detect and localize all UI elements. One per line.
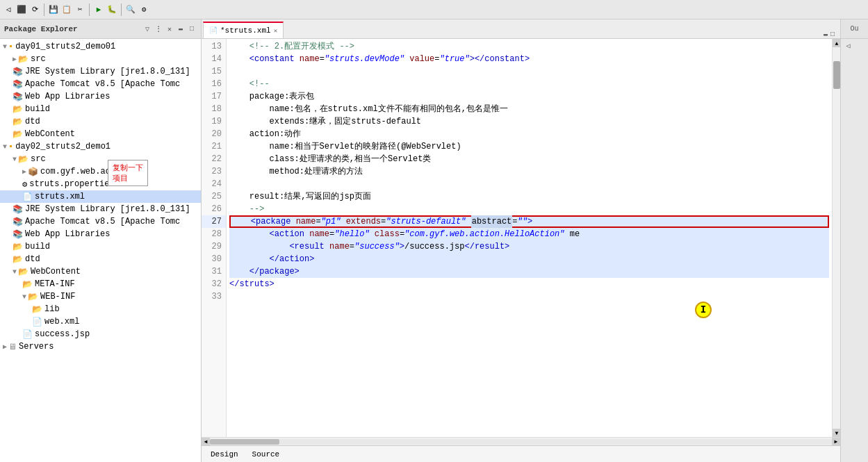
toolbar-icon-5[interactable]: 📋 bbox=[61, 4, 72, 15]
tree-item-tomcat2[interactable]: 📚 Apache Tomcat v8.5 [Apache Tomc bbox=[0, 215, 201, 228]
scroll-down-button[interactable]: ▼ bbox=[833, 429, 840, 437]
panel-close-icon[interactable]: ✕ bbox=[165, 24, 174, 34]
tree-label-build2: build bbox=[25, 242, 50, 251]
code-line-14: <constant name="struts.devMode" value="t… bbox=[229, 53, 829, 65]
editor-tab-struts-xml[interactable]: 📄 *struts.xml ✕ bbox=[203, 22, 284, 38]
tag-29-close: </result> bbox=[464, 240, 509, 253]
ln-26: 26 bbox=[202, 203, 226, 215]
attr-29-name: name bbox=[329, 240, 350, 253]
text-22: class:处理请求的类,相当一个Servlet类 bbox=[229, 153, 431, 165]
tree-label-webapp2: Web App Libraries bbox=[25, 229, 110, 239]
val-27-abs: "" bbox=[518, 215, 527, 228]
code-line-16: <!-- bbox=[229, 78, 829, 90]
scroll-track[interactable] bbox=[833, 47, 840, 429]
ln-29: 29 bbox=[202, 240, 226, 253]
server-icon: 🖥 bbox=[8, 342, 17, 352]
editor-vscrollbar[interactable]: ▲ ▼ bbox=[832, 39, 840, 437]
tree-item-src1[interactable]: ▶ 📂 src bbox=[0, 53, 201, 65]
toolbar-icon-2[interactable]: ⬛ bbox=[16, 4, 27, 15]
tree-item-success[interactable]: 📄 success.jsp bbox=[0, 328, 201, 340]
toolbar-icon-8[interactable]: ⚙ bbox=[138, 4, 149, 15]
tab-design[interactable]: Design bbox=[204, 448, 245, 461]
toolbar-icon-6[interactable]: ✂ bbox=[74, 4, 85, 15]
lib-icon-webapp1: 📚 bbox=[13, 92, 23, 102]
tree-item-webapp2[interactable]: 📚 Web App Libraries bbox=[0, 228, 201, 240]
scroll-thumb[interactable] bbox=[833, 61, 840, 89]
folder-icon-lib: 📂 bbox=[32, 304, 42, 315]
right-panel-icon1[interactable]: ◁ bbox=[844, 42, 851, 49]
toolbar-sep-3 bbox=[121, 3, 122, 16]
h-scroll-thumb[interactable] bbox=[210, 439, 279, 445]
folder-icon-build2: 📂 bbox=[13, 242, 23, 252]
tree-item-webcontent1[interactable]: 📂 WebContent bbox=[0, 128, 201, 140]
tree-label-metainf: META-INF bbox=[35, 279, 75, 289]
tree-item-webinf[interactable]: ▼ 📂 WEB-INF bbox=[0, 290, 201, 303]
folder-icon-src2: 📂 bbox=[18, 154, 28, 165]
panel-min-icon[interactable]: ▬ bbox=[176, 24, 186, 34]
tree-item-struts-prop[interactable]: ⚙ struts.properties bbox=[0, 178, 201, 190]
ln-24: 24 bbox=[202, 178, 226, 190]
tree-label-lib: lib bbox=[44, 304, 60, 314]
tree-item-build2[interactable]: 📂 build bbox=[0, 240, 201, 253]
tree-item-src2[interactable]: ▼ 📂 src bbox=[0, 153, 201, 165]
ln-19: 19 bbox=[202, 115, 226, 128]
h-scroll-right-button[interactable]: ▶ bbox=[832, 438, 840, 446]
tag-29-open: <result bbox=[229, 240, 329, 253]
expand-icon-day01: ▼ bbox=[3, 43, 7, 51]
tree-item-jre2[interactable]: 📚 JRE System Library [jre1.8.0_131] bbox=[0, 203, 201, 215]
tree-item-jre1[interactable]: 📚 JRE System Library [jre1.8.0_131] bbox=[0, 65, 201, 78]
toolbar-icon-4[interactable]: 💾 bbox=[48, 4, 59, 15]
scroll-up-button[interactable]: ▲ bbox=[833, 39, 840, 47]
tree-item-dtd1[interactable]: 📂 dtd bbox=[0, 115, 201, 128]
tree-item-day01[interactable]: ▼ ▪ day01_struts2_demo01 bbox=[0, 40, 201, 53]
h-scroll-track[interactable] bbox=[210, 439, 832, 445]
tree-item-tomcat1[interactable]: 📚 Apache Tomcat v8.5 [Apache Tomc bbox=[0, 78, 201, 90]
maximize-editor-button[interactable]: □ bbox=[830, 31, 835, 38]
toolbar-icon-3[interactable]: ⟳ bbox=[29, 4, 40, 15]
text-18: name:包名，在struts.xml文件不能有相同的包名,包名是惟一 bbox=[229, 103, 508, 115]
minimize-editor-button[interactable]: ▬ bbox=[824, 31, 828, 38]
ln-31: 31 bbox=[202, 265, 226, 278]
pkg-icon-action: 📦 bbox=[28, 167, 38, 177]
eq-27-abs: = bbox=[512, 215, 517, 228]
attr-name-14b: value bbox=[409, 53, 434, 65]
file-icon-webxml: 📄 bbox=[32, 317, 42, 327]
eq-29: = bbox=[350, 240, 354, 253]
tree-item-webxml[interactable]: 📄 web.xml bbox=[0, 315, 201, 328]
tab-close-button[interactable]: ✕ bbox=[274, 27, 277, 35]
comment-16: <!-- bbox=[229, 78, 270, 90]
h-scroll-left-button[interactable]: ◀ bbox=[202, 438, 210, 446]
panel-collapse-icon[interactable]: ▽ bbox=[142, 24, 152, 34]
tree-item-dtd2[interactable]: 📂 dtd bbox=[0, 253, 201, 265]
tree-item-lib[interactable]: 📂 lib bbox=[0, 303, 201, 315]
toolbar-debug[interactable]: 🐛 bbox=[106, 4, 117, 15]
panel-max-icon[interactable]: □ bbox=[187, 24, 197, 34]
lib-icon-webapp2: 📚 bbox=[13, 229, 23, 240]
tab-source[interactable]: Source bbox=[246, 448, 286, 461]
tree-item-webapp1[interactable]: 📚 Web App Libraries bbox=[0, 90, 201, 103]
editor-content[interactable]: 13 14 15 16 17 18 19 20 21 22 23 bbox=[202, 39, 832, 437]
code-line-22: class:处理请求的类,相当一个Servlet类 bbox=[229, 153, 829, 165]
code-lines[interactable]: <!-- 2.配置开发模式 --> <constant name="struts… bbox=[227, 39, 832, 437]
toolbar-run[interactable]: ▶ bbox=[93, 4, 104, 15]
tree-item-metainf[interactable]: 📂 META-INF bbox=[0, 278, 201, 290]
package-explorer-title: Package Explorer bbox=[4, 25, 140, 33]
tree-item-servers[interactable]: ▶ 🖥 Servers bbox=[0, 340, 201, 353]
tree-item-webcontent2[interactable]: ▼ 📂 WebContent bbox=[0, 265, 201, 278]
tree-label-tomcat1: Apache Tomcat v8.5 [Apache Tomc bbox=[25, 79, 180, 89]
toolbar-icon-7[interactable]: 🔍 bbox=[125, 4, 136, 15]
toolbar-icon-1[interactable]: ◁ bbox=[3, 4, 14, 15]
code-line-18: name:包名，在struts.xml文件不能有相同的包名,包名是惟一 bbox=[229, 103, 829, 115]
tree-item-day02[interactable]: ▼ ▪ day02_struts2_demo1 bbox=[0, 140, 201, 153]
comment-13: <!-- 2.配置开发模式 --> bbox=[229, 40, 354, 53]
panel-menu-icon[interactable]: ⋮ bbox=[154, 24, 163, 34]
tree-label-success: success.jsp bbox=[35, 329, 90, 339]
tree-item-action[interactable]: ▶ 📦 com.gyf.web.action bbox=[0, 165, 201, 178]
tree-item-build1[interactable]: 📂 build bbox=[0, 103, 201, 115]
ln-30: 30 bbox=[202, 253, 226, 265]
folder-icon-src1: 📂 bbox=[18, 54, 28, 65]
right-panel: Ou ◁ bbox=[840, 19, 868, 462]
attr-27-name: name bbox=[296, 215, 316, 228]
editor-hscrollbar[interactable]: ◀ ▶ bbox=[202, 437, 840, 445]
tree-item-struts-xml[interactable]: 📄 struts.xml bbox=[0, 190, 201, 203]
